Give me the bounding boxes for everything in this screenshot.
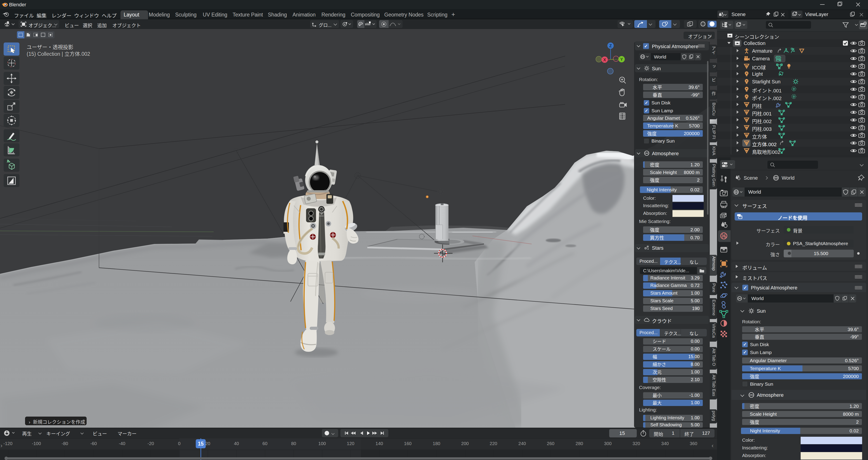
- svg-text:Y: Y: [620, 57, 623, 62]
- svg-text:X: X: [603, 58, 606, 62]
- svg-text:Z: Z: [610, 43, 612, 48]
